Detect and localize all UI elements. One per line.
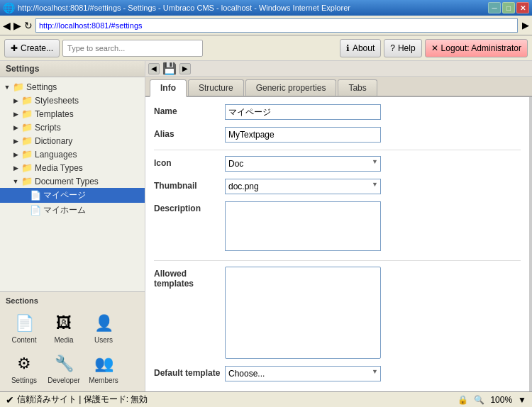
section-content[interactable]: 📄 Content <box>6 309 43 347</box>
title-bar: 🌐 http://localhost:8081/#settings - Sett… <box>0 0 532 16</box>
form-row-description: Description <box>154 201 521 253</box>
sidebar-header: Settings <box>0 61 145 77</box>
section-members[interactable]: 👥 Members <box>85 350 122 387</box>
form-row-alias: Alias <box>154 127 521 143</box>
form-row-thumbnail: Thumbnail doc.png <box>154 179 521 194</box>
form-row-default-template: Default template Choose... <box>154 366 521 381</box>
sections-panel: Sections 📄 Content 🖼 Media 👤 Users ⚙ Set… <box>0 291 145 391</box>
allowed-templates-listbox[interactable] <box>225 267 381 359</box>
go-button[interactable]: ▶ <box>522 20 529 30</box>
tree-item-scripts[interactable]: ▶ 📁 Scripts <box>0 121 145 134</box>
media-icon: 🖼 <box>52 312 75 335</box>
section-media[interactable]: 🖼 Media <box>45 309 82 347</box>
search-input[interactable] <box>62 40 203 57</box>
thumbnail-label: Thumbnail <box>154 179 225 191</box>
tree-item-myhome[interactable]: 📄 マイホーム <box>0 203 145 218</box>
toggle-settings[interactable]: ▼ <box>3 84 11 91</box>
status-left: ✔ 信頼済みサイト | 保護モード: 無効 <box>6 394 148 406</box>
tree-item-mediatypes[interactable]: ▶ 📁 Media Types <box>0 161 145 174</box>
window-controls: ─ □ ✕ <box>488 2 529 13</box>
tree-item-templates[interactable]: ▶ 📁 Templates <box>0 107 145 121</box>
address-input[interactable] <box>35 18 518 33</box>
close-button[interactable]: ✕ <box>516 2 529 13</box>
form-row-allowed-templates: Allowed templates <box>154 267 521 359</box>
default-template-label: Default template <box>154 366 225 378</box>
nav-strip: ◀ 💾 ▶ <box>145 61 532 77</box>
divider-1 <box>154 150 521 150</box>
allowed-templates-control <box>225 267 521 359</box>
toolbar: ✚ Create... ℹ About ? Help ✕ Logout: Adm… <box>0 35 532 61</box>
help-button[interactable]: ? Help <box>384 39 421 57</box>
status-text: 信頼済みサイト | 保護モード: 無効 <box>17 394 148 406</box>
status-right: 🔒 🔍 100% ▼ <box>458 395 526 405</box>
nav-left[interactable]: ◀ <box>148 63 160 74</box>
about-button[interactable]: ℹ About <box>340 39 381 57</box>
developer-icon: 🔧 <box>52 352 75 375</box>
zoom-level: 100% <box>490 395 512 405</box>
toggle-languages[interactable]: ▶ <box>11 151 20 158</box>
toggle-mediatypes[interactable]: ▶ <box>11 165 20 172</box>
tab-structure[interactable]: Structure <box>188 79 244 96</box>
tree-item-doctypes[interactable]: ▼ 📁 Document Types <box>0 174 145 188</box>
main-layout: Settings ▼ 📁 Settings ▶ 📁 Stylesheets ▶ … <box>0 61 532 391</box>
tree-item-mypage[interactable]: 📄 マイページ <box>0 188 145 203</box>
save-icon[interactable]: 💾 <box>162 62 177 75</box>
name-control <box>225 104 521 120</box>
default-template-select-wrapper: Choose... <box>225 366 381 381</box>
icon-select[interactable]: Doc <box>225 156 381 172</box>
toggle-scripts[interactable]: ▶ <box>11 124 20 131</box>
status-bar: ✔ 信頼済みサイト | 保護モード: 無効 🔒 🔍 100% ▼ <box>0 391 532 407</box>
form-row-icon: Icon Doc <box>154 156 521 172</box>
sections-grid: 📄 Content 🖼 Media 👤 Users ⚙ Settings 🔧 <box>6 309 139 387</box>
create-button[interactable]: ✚ Create... <box>4 39 60 57</box>
tree-item-settings[interactable]: ▼ 📁 Settings <box>0 80 145 94</box>
help-icon: ? <box>390 43 395 53</box>
tabs-bar: Info Structure Generic properties Tabs <box>145 77 532 97</box>
sidebar: Settings ▼ 📁 Settings ▶ 📁 Stylesheets ▶ … <box>0 61 145 391</box>
plus-icon: ✚ <box>11 43 18 53</box>
nav-right[interactable]: ▶ <box>179 63 191 74</box>
description-textarea[interactable] <box>225 201 381 251</box>
section-developer[interactable]: 🔧 Developer <box>45 350 82 387</box>
tab-generic[interactable]: Generic properties <box>245 79 337 96</box>
toggle-stylesheets[interactable]: ▶ <box>11 97 20 104</box>
alias-control <box>225 127 521 143</box>
content-icon: 📄 <box>13 312 35 335</box>
tab-info[interactable]: Info <box>150 79 187 97</box>
icon-select-wrapper: Doc <box>225 156 381 172</box>
members-icon: 👥 <box>92 352 115 375</box>
tab-tabs[interactable]: Tabs <box>338 79 377 96</box>
name-input[interactable] <box>225 104 381 120</box>
logout-button[interactable]: ✕ Logout: Administrator <box>425 39 528 57</box>
zoom-dropdown-icon[interactable]: ▼ <box>518 395 526 405</box>
tree-item-stylesheets[interactable]: ▶ 📁 Stylesheets <box>0 94 145 107</box>
default-template-control: Choose... <box>225 366 521 381</box>
refresh-button[interactable]: ↻ <box>24 20 33 31</box>
form-row-name: Name <box>154 104 521 120</box>
allowed-templates-label: Allowed templates <box>154 267 225 289</box>
maximize-button[interactable]: □ <box>502 2 515 13</box>
tree-item-languages[interactable]: ▶ 📁 Languages <box>0 147 145 161</box>
alias-input[interactable] <box>225 127 381 143</box>
tree-area: ▼ 📁 Settings ▶ 📁 Stylesheets ▶ 📁 Templat… <box>0 77 145 291</box>
forward-button[interactable]: ▶ <box>13 20 21 31</box>
toggle-doctypes[interactable]: ▼ <box>11 178 20 185</box>
section-settings[interactable]: ⚙ Settings <box>6 350 43 387</box>
minimize-button[interactable]: ─ <box>488 2 501 13</box>
thumbnail-control: doc.png <box>225 179 521 194</box>
icon-label: Icon <box>154 156 225 168</box>
toggle-templates[interactable]: ▶ <box>11 111 20 118</box>
back-button[interactable]: ◀ <box>3 20 11 31</box>
thumbnail-select[interactable]: doc.png <box>225 179 381 194</box>
name-label: Name <box>154 104 225 116</box>
about-icon: ℹ <box>346 43 350 53</box>
description-control <box>225 201 521 253</box>
tree-item-dictionary[interactable]: ▶ 📁 Dictionary <box>0 134 145 147</box>
toggle-dictionary[interactable]: ▶ <box>11 138 20 145</box>
thumbnail-select-wrapper: doc.png <box>225 179 381 194</box>
icon-control: Doc <box>225 156 521 172</box>
default-template-select[interactable]: Choose... <box>225 366 381 381</box>
section-users[interactable]: 👤 Users <box>85 309 122 347</box>
alias-label: Alias <box>154 127 225 139</box>
description-label: Description <box>154 201 225 213</box>
